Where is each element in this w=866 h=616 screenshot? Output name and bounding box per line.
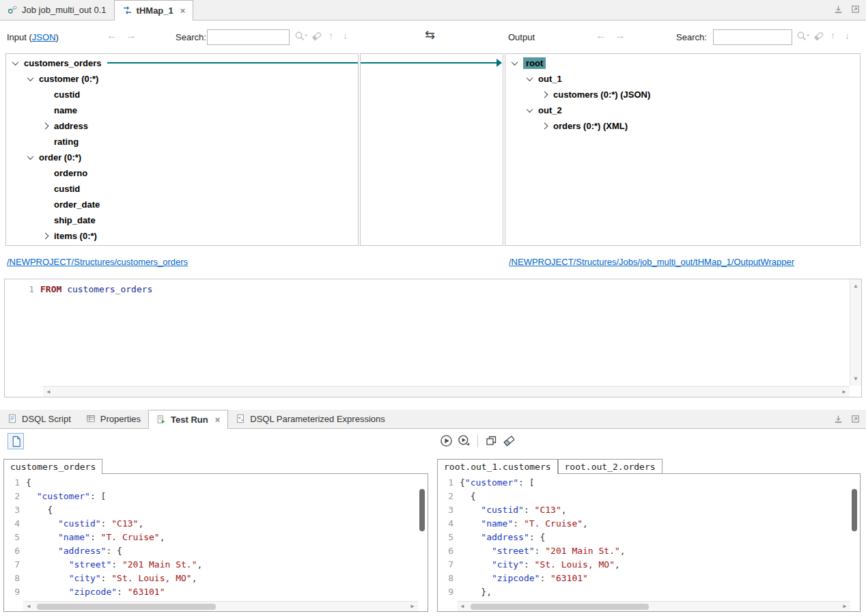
input-structure-link[interactable]: /NEWPROJECT/Structures/customers_orders xyxy=(7,257,188,267)
horizontal-scrollbar-thumb[interactable] xyxy=(37,604,216,610)
line-number: 6 xyxy=(438,546,460,556)
line-number: 3 xyxy=(438,505,460,515)
tree-item-label: customers (0:*) (JSON) xyxy=(553,89,650,100)
nav-forward-icon[interactable]: → xyxy=(126,29,137,42)
minimize-icon[interactable] xyxy=(833,414,843,424)
code-line: 9 "zipcode": "63101" xyxy=(4,585,428,598)
previous-match-icon[interactable]: ↑ xyxy=(830,30,835,41)
tab-dsql-parameterized-expressions[interactable]: DSQL Parameterized Expressions xyxy=(228,410,393,428)
editor-content: 1FROM customers_orders xyxy=(5,279,861,296)
output-search-field[interactable] xyxy=(713,29,792,45)
close-tab-icon[interactable]: × xyxy=(180,5,186,16)
vertical-scrollbar-thumb[interactable] xyxy=(419,489,425,531)
chevron-expanded-icon[interactable] xyxy=(27,74,34,81)
tree-item[interactable]: rating xyxy=(6,134,358,150)
minimize-icon[interactable] xyxy=(833,4,843,14)
tree-item[interactable]: orderno xyxy=(6,165,358,181)
input-tree-panel[interactable]: customers_orderscustomer (0:*)custidname… xyxy=(5,53,359,246)
chevron-collapsed-icon[interactable] xyxy=(542,123,548,130)
search-icon[interactable] xyxy=(294,31,309,42)
scroll-left-icon[interactable]: ◀ xyxy=(43,387,54,397)
tree-item[interactable]: customers (0:*) (JSON) xyxy=(505,87,860,102)
input-format-link[interactable]: JSON xyxy=(32,32,56,42)
tab-dsql-script[interactable]: DSQL Script xyxy=(0,410,79,428)
tree-item[interactable]: root xyxy=(505,55,860,71)
mapping-canvas[interactable] xyxy=(360,53,503,246)
scroll-down-icon[interactable]: ▼ xyxy=(850,374,861,384)
tree-item[interactable]: customer (0:*) xyxy=(6,71,358,87)
input-search-field[interactable] xyxy=(207,29,290,45)
scroll-left-icon[interactable]: ◀ xyxy=(457,601,468,612)
nav-forward-icon[interactable]: → xyxy=(615,29,626,42)
close-tab-icon[interactable]: × xyxy=(215,415,221,425)
tab-customers-orders-data[interactable]: customers_orders xyxy=(3,459,102,474)
tree-item[interactable]: items (0:*) xyxy=(6,228,358,244)
output-tree-panel[interactable]: rootout_1customers (0:*) (JSON)out_2orde… xyxy=(505,53,861,246)
maximize-icon[interactable] xyxy=(850,4,861,14)
tree-item[interactable]: out_1 xyxy=(505,71,860,87)
scroll-right-icon[interactable]: ▶ xyxy=(839,601,850,612)
horizontal-scrollbar[interactable]: ◀ ▶ xyxy=(457,601,850,611)
code-line: 8 "city": "St. Louis, MO", xyxy=(4,571,428,585)
clear-search-icon[interactable] xyxy=(813,31,824,42)
tab-root-out1-customers[interactable]: root.out_1.customers xyxy=(437,459,558,474)
chevron-expanded-icon[interactable] xyxy=(27,153,34,160)
tab-root-out2-orders[interactable]: root.out_2.orders xyxy=(558,459,662,473)
nav-back-icon[interactable]: ← xyxy=(107,29,117,42)
chevron-collapsed-icon[interactable] xyxy=(42,123,49,130)
swap-panels-icon[interactable]: ⇆ xyxy=(425,27,435,42)
nav-back-icon[interactable]: ← xyxy=(596,29,606,42)
output-structure-tree: rootout_1customers (0:*) (JSON)out_2orde… xyxy=(505,54,860,134)
chevron-expanded-icon[interactable] xyxy=(527,74,533,81)
run-configuration-button[interactable] xyxy=(458,434,471,447)
code-line: 5 "address": { xyxy=(438,530,860,544)
next-match-icon[interactable]: ↓ xyxy=(845,30,850,41)
tab-thmap[interactable]: tHMap_1 × xyxy=(114,0,194,20)
scroll-right-icon[interactable]: ▶ xyxy=(407,601,418,612)
tree-item[interactable]: orders (0:*) (XML) xyxy=(505,118,860,134)
maximize-icon[interactable] xyxy=(850,414,861,424)
chevron-collapsed-icon[interactable] xyxy=(542,92,548,98)
chevron-collapsed-icon[interactable] xyxy=(42,233,49,240)
tree-item[interactable]: custid xyxy=(6,181,358,197)
duplicate-view-button[interactable] xyxy=(485,434,498,447)
chevron-expanded-icon[interactable] xyxy=(527,106,533,113)
new-file-button[interactable] xyxy=(8,433,24,449)
output-json-viewer[interactable]: 1{"customer": [2 {3 "custid": "C13",4 "n… xyxy=(437,473,861,612)
tree-item[interactable]: ship_date xyxy=(6,212,358,228)
input-json-viewer[interactable]: 1{2 "customer": [3 {4 "custid": "C13",5 … xyxy=(3,473,428,612)
search-label: Search: xyxy=(176,32,206,42)
horizontal-scrollbar-thumb[interactable] xyxy=(471,604,649,610)
tree-item[interactable]: address xyxy=(6,118,358,134)
scroll-right-icon[interactable]: ▶ xyxy=(839,387,850,397)
tree-item[interactable]: name xyxy=(6,102,358,118)
horizontal-scrollbar[interactable]: ◀ ▶ xyxy=(43,386,850,397)
run-button[interactable] xyxy=(440,434,453,447)
vertical-scrollbar[interactable]: ▲ ▼ xyxy=(850,279,861,386)
tree-item[interactable]: order_date xyxy=(6,197,358,212)
scroll-up-icon[interactable]: ▲ xyxy=(850,281,861,292)
output-structure-link[interactable]: /NEWPROJECT/Structures/Jobs/job_multi_ou… xyxy=(509,257,794,267)
code-line: 6 "street": "201 Main St.", xyxy=(438,544,860,557)
job-icon xyxy=(8,5,18,15)
tree-item[interactable]: out_2 xyxy=(505,102,860,118)
dsql-script-editor[interactable]: 1FROM customers_orders ▲ ▼ ◀ ▶ xyxy=(4,279,862,397)
tree-item-label: customer (0:*) xyxy=(39,74,98,84)
clear-results-button[interactable] xyxy=(503,434,516,447)
tree-item[interactable]: custid xyxy=(6,87,358,102)
tab-job-designer[interactable]: Job job_multi_out 0.1 xyxy=(0,0,114,20)
vertical-scrollbar-thumb[interactable] xyxy=(852,489,857,531)
tab-test-run[interactable]: Test Run × xyxy=(148,410,228,429)
tree-item[interactable]: order (0:*) xyxy=(6,150,358,165)
previous-match-icon[interactable]: ↑ xyxy=(329,30,333,41)
search-icon[interactable] xyxy=(796,31,811,42)
next-match-icon[interactable]: ↓ xyxy=(343,30,348,41)
scroll-left-icon[interactable]: ◀ xyxy=(23,601,34,612)
chevron-expanded-icon[interactable] xyxy=(512,59,518,66)
mapping-line xyxy=(107,62,358,64)
tab-properties[interactable]: Properties xyxy=(79,410,148,428)
horizontal-scrollbar[interactable]: ◀ ▶ xyxy=(23,601,418,611)
line-number: 4 xyxy=(438,518,460,529)
chevron-expanded-icon[interactable] xyxy=(12,59,19,66)
clear-search-icon[interactable] xyxy=(311,31,322,42)
